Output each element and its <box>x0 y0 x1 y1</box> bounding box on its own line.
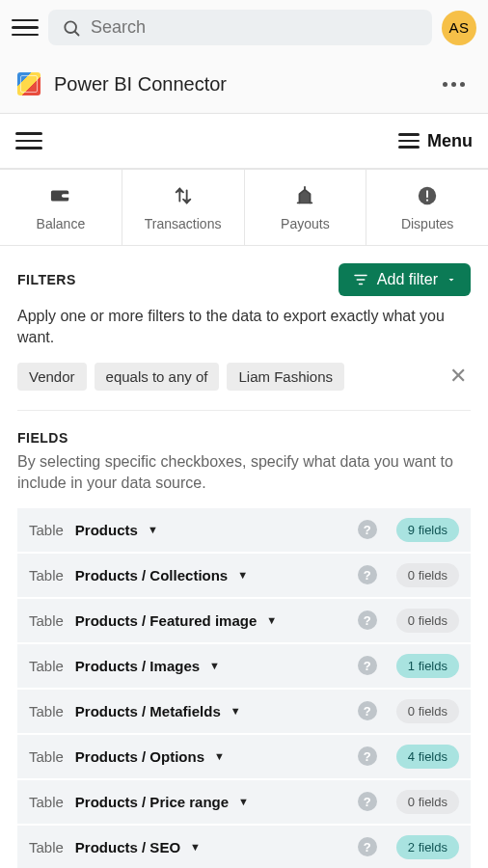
help-icon[interactable]: ? <box>358 746 377 766</box>
table-prefix: Table <box>29 794 64 810</box>
filters-title: FILTERS <box>17 272 76 287</box>
help-icon[interactable]: ? <box>358 837 377 856</box>
app-title: Power BI Connector <box>54 73 227 95</box>
filter-icon <box>352 271 369 288</box>
filter-chip[interactable]: Vendor <box>17 363 87 391</box>
menu-button-icon <box>398 127 420 154</box>
table-name: Products / Options <box>75 748 204 765</box>
field-count-badge: 9 fields <box>396 518 459 542</box>
field-count-badge: 0 fields <box>396 699 459 723</box>
table-prefix: Table <box>29 522 64 538</box>
chevron-down-icon: ▼ <box>190 841 201 853</box>
table-prefix: Table <box>29 658 64 674</box>
table-row[interactable]: Table Products / Featured image ▼ ? 0 fi… <box>17 599 471 642</box>
table-row[interactable]: Table Products / Options ▼ ? 4 fields <box>17 735 471 778</box>
app-header: Power BI Connector <box>0 55 488 114</box>
table-row[interactable]: Table Products / SEO ▼ ? 2 fields <box>17 826 471 868</box>
tab-label-transactions: Transactions <box>145 216 222 231</box>
tab-payouts[interactable]: Payouts <box>245 170 367 245</box>
search-box[interactable] <box>48 10 432 45</box>
chevron-down-icon: ▼ <box>214 750 225 762</box>
menu-button[interactable]: Menu <box>398 127 473 154</box>
table-name: Products / SEO <box>75 839 180 855</box>
sub-nav: Menu <box>0 114 488 170</box>
search-input[interactable] <box>91 17 419 38</box>
fields-list: Table Products ▼ ? 9 fields Table Produc… <box>17 508 471 868</box>
table-row[interactable]: Table Products / Metafields ▼ ? 0 fields <box>17 690 471 733</box>
help-icon[interactable]: ? <box>358 610 377 630</box>
chevron-down-icon: ▼ <box>266 614 277 626</box>
help-icon[interactable]: ? <box>358 520 377 539</box>
table-prefix: Table <box>29 748 64 765</box>
tab-disputes[interactable]: Disputes <box>366 170 488 245</box>
payouts-icon <box>293 185 316 210</box>
tab-transactions[interactable]: Transactions <box>122 170 245 245</box>
search-icon <box>62 18 81 38</box>
tab-label-disputes: Disputes <box>401 216 453 231</box>
filter-chip[interactable]: Liam Fashions <box>227 363 344 391</box>
menu-button-label: Menu <box>427 131 473 151</box>
field-count-badge: 1 fields <box>396 654 459 678</box>
table-name: Products / Collections <box>75 567 228 583</box>
help-icon[interactable]: ? <box>358 701 377 720</box>
table-prefix: Table <box>29 612 64 629</box>
svg-line-1 <box>75 31 79 35</box>
help-icon[interactable]: ? <box>358 792 377 811</box>
table-row[interactable]: Table Products / Price range ▼ ? 0 field… <box>17 780 471 824</box>
add-filter-label: Add filter <box>377 271 438 288</box>
table-prefix: Table <box>29 839 64 855</box>
tab-label-balance: Balance <box>37 216 86 231</box>
table-row[interactable]: Table Products ▼ ? 9 fields <box>17 508 471 552</box>
tabs-row: Balance Transactions Payouts Disputes <box>0 170 488 246</box>
main-menu-icon[interactable] <box>12 14 39 41</box>
content: FILTERS Add filter Apply one or more fil… <box>0 246 488 868</box>
avatar[interactable]: AS <box>442 11 476 45</box>
more-icon[interactable] <box>437 76 471 93</box>
chevron-down-icon: ▼ <box>209 660 220 671</box>
table-name: Products / Metafields <box>75 703 221 719</box>
disputes-icon <box>417 185 438 210</box>
fields-title: FIELDS <box>17 430 471 446</box>
svg-rect-4 <box>426 200 428 202</box>
content-menu-icon[interactable] <box>15 127 42 154</box>
filters-description: Apply one or more filters to the data to… <box>17 306 471 349</box>
field-count-badge: 0 fields <box>396 609 459 633</box>
app-icon <box>17 72 41 95</box>
table-prefix: Table <box>29 703 64 719</box>
field-count-badge: 2 fields <box>396 835 459 859</box>
help-icon[interactable]: ? <box>358 656 377 675</box>
svg-rect-3 <box>426 191 428 198</box>
table-row[interactable]: Table Products / Images ▼ ? 1 fields <box>17 644 471 688</box>
balance-icon <box>49 185 72 210</box>
chevron-down-icon: ▼ <box>148 524 158 535</box>
transactions-icon <box>172 185 195 210</box>
chevron-down-icon: ▼ <box>238 796 249 807</box>
table-name: Products <box>75 522 138 538</box>
add-filter-button[interactable]: Add filter <box>339 263 471 296</box>
table-row[interactable]: Table Products / Collections ▼ ? 0 field… <box>17 554 471 597</box>
top-bar: AS <box>0 0 488 55</box>
fields-description: By selecting specific checkboxes, specif… <box>17 451 471 495</box>
table-name: Products / Price range <box>75 794 229 810</box>
close-icon[interactable]: ✕ <box>446 366 471 387</box>
table-name: Products / Featured image <box>75 612 257 629</box>
chevron-down-icon: ▼ <box>230 705 241 717</box>
field-count-badge: 0 fields <box>396 790 459 814</box>
field-count-badge: 0 fields <box>396 563 459 587</box>
filter-chip[interactable]: equals to any of <box>95 363 220 391</box>
field-count-badge: 4 fields <box>396 745 459 769</box>
tab-balance[interactable]: Balance <box>0 170 122 245</box>
filter-chip-row: Vendorequals to any ofLiam Fashions✕ <box>17 363 471 411</box>
chevron-down-icon <box>446 274 457 285</box>
tab-label-payouts: Payouts <box>281 216 330 231</box>
table-prefix: Table <box>29 567 64 583</box>
help-icon[interactable]: ? <box>358 565 377 584</box>
chevron-down-icon: ▼ <box>237 569 248 581</box>
table-name: Products / Images <box>75 658 200 674</box>
